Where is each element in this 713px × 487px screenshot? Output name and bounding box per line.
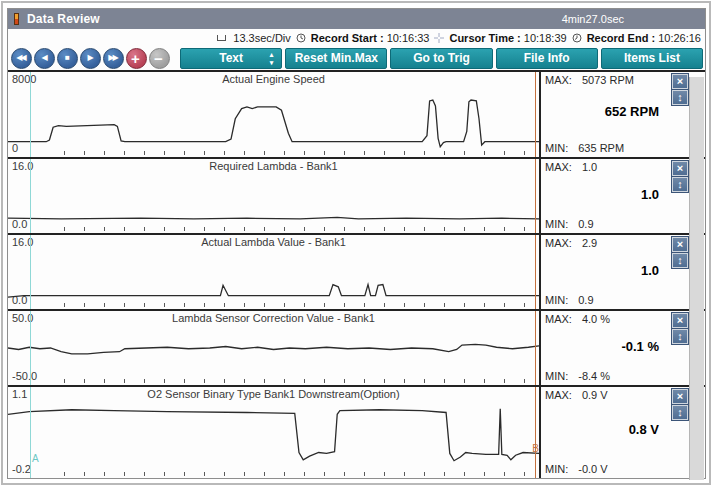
- reset-minmax-button[interactable]: Reset Min.Max: [285, 48, 387, 69]
- action-buttons: Text ▴▾ Reset Min.Max Go to Trig File In…: [180, 48, 703, 69]
- display-mode-select[interactable]: Text ▴▾: [180, 48, 282, 69]
- waveform: [8, 72, 539, 157]
- stop-button[interactable]: ■: [57, 48, 78, 69]
- play-button[interactable]: ▶: [80, 48, 101, 69]
- cursor-b-line[interactable]: [535, 235, 536, 309]
- record-end: Record End : 10:26:16: [587, 32, 701, 44]
- spinner-down-icon: ▾: [270, 59, 274, 67]
- actual-lambda-plot[interactable]: 16.0 Actual Lambda Value - Bank1 0.0: [8, 235, 539, 309]
- record-start-label: Record Start :: [311, 32, 384, 44]
- max-label: MAX:: [545, 313, 572, 325]
- waveform: [8, 387, 539, 478]
- cursor-time-label: Cursor Time :: [449, 32, 520, 44]
- min-readout: MIN:0.9: [545, 294, 594, 306]
- zoom-out-button[interactable]: −: [149, 48, 170, 69]
- close-channel-button[interactable]: ×: [672, 313, 688, 328]
- waveform: [8, 235, 539, 309]
- step-back-button[interactable]: ◀: [34, 48, 55, 69]
- cursor-a-line[interactable]: [30, 159, 31, 233]
- record-end-clock-icon: [572, 33, 582, 43]
- current-value: 1.0: [641, 187, 659, 202]
- scale-adjust-button[interactable]: ↕: [672, 90, 688, 105]
- current-value: 0.8 V: [629, 422, 659, 437]
- file-info-button[interactable]: File Info: [496, 48, 598, 69]
- time-ticks: [64, 303, 537, 307]
- play-icon: ▶: [87, 54, 91, 62]
- cursor-b-line[interactable]: [535, 387, 536, 478]
- min-label: MIN:: [545, 463, 568, 475]
- waveform: [8, 311, 539, 385]
- panel-o2-sensor: 1.1 O2 Sensor Binary Type Bank1 Downstre…: [8, 387, 705, 478]
- panel-buttons: × ↕: [672, 313, 688, 344]
- max-readout: MAX:5073 RPM: [545, 74, 634, 86]
- cursor-a-line[interactable]: [30, 387, 31, 478]
- channel-panels: 8000 Actual Engine Speed 0 MAX:5073 RPM …: [8, 70, 705, 478]
- cursor-b-line[interactable]: [535, 311, 536, 385]
- record-start: Record Start : 10:16:33: [311, 32, 430, 44]
- cursor-b-label: B: [532, 443, 539, 454]
- min-value: 0.9: [578, 294, 593, 306]
- min-readout: MIN:0.9: [545, 218, 594, 230]
- panel-buttons: × ↕: [672, 237, 688, 268]
- go-to-trig-button[interactable]: Go to Trig: [390, 48, 492, 69]
- fast-forward-button[interactable]: ▶▶: [103, 48, 124, 69]
- cursor-a-label: A: [32, 453, 39, 464]
- close-channel-button[interactable]: ×: [672, 161, 688, 176]
- required-lambda-plot[interactable]: 16.0 Required Lambda - Bank1 0.0: [8, 159, 539, 233]
- panel-actual-lambda: 16.0 Actual Lambda Value - Bank1 0.0 MAX…: [8, 235, 705, 311]
- rewind-button[interactable]: ◀◀: [11, 48, 32, 69]
- cursor-a-line[interactable]: [30, 311, 31, 385]
- actual-lambda-readout: MAX:2.9 1.0 MIN:0.9 × ↕: [539, 235, 705, 309]
- scroll-strip[interactable]: [689, 77, 704, 480]
- panel-lambda-correction: 50.0 Lambda Sensor Correction Value - Ba…: [8, 311, 705, 387]
- panel-engine-speed: 8000 Actual Engine Speed 0 MAX:5073 RPM …: [8, 72, 705, 159]
- time-ticks: [64, 227, 537, 231]
- min-label: MIN:: [545, 370, 568, 382]
- app-icon: [14, 13, 19, 25]
- back-icon: ◀: [41, 54, 45, 62]
- scale-adjust-button[interactable]: ↕: [672, 405, 688, 420]
- spinner-up-icon: ▴: [270, 51, 274, 59]
- max-label: MAX:: [545, 389, 572, 401]
- zoom-in-button[interactable]: +: [126, 48, 147, 69]
- min-readout: MIN:-0.0 V: [545, 463, 608, 475]
- cursor-a-line[interactable]: [30, 72, 31, 157]
- cursor-b-line[interactable]: [535, 159, 536, 233]
- o2-sensor-plot[interactable]: 1.1 O2 Sensor Binary Type Bank1 Downstre…: [8, 387, 539, 478]
- engine-speed-plot[interactable]: 8000 Actual Engine Speed 0: [8, 72, 539, 157]
- close-channel-button[interactable]: ×: [672, 389, 688, 404]
- close-channel-button[interactable]: ×: [672, 74, 688, 89]
- lambda-correction-plot[interactable]: 50.0 Lambda Sensor Correction Value - Ba…: [8, 311, 539, 385]
- fast-forward-icon: ▶▶: [108, 54, 116, 62]
- max-readout: MAX:4.0 %: [545, 313, 610, 325]
- max-label: MAX:: [545, 161, 572, 173]
- min-label: MIN:: [545, 218, 568, 230]
- max-value: 0.9 V: [582, 389, 608, 401]
- max-value: 4.0 %: [582, 313, 610, 325]
- spinner-icon: ▴▾: [270, 51, 274, 67]
- scale-adjust-button[interactable]: ↕: [672, 177, 688, 192]
- required-lambda-readout: MAX:1.0 1.0 MIN:0.9 × ↕: [539, 159, 705, 233]
- close-channel-button[interactable]: ×: [672, 237, 688, 252]
- panel-buttons: × ↕: [672, 161, 688, 192]
- record-start-clock-icon: [296, 33, 306, 43]
- min-label: MIN:: [545, 142, 568, 154]
- scale-adjust-button[interactable]: ↕: [672, 253, 688, 268]
- min-readout: MIN:635 RPM: [545, 142, 624, 154]
- engine-speed-readout: MAX:5073 RPM 652 RPM MIN:635 RPM × ↕: [539, 72, 705, 157]
- current-value: 1.0: [641, 263, 659, 278]
- cursor-time-value: 10:18:39: [524, 32, 567, 44]
- cursor-b-line[interactable]: [535, 72, 536, 157]
- max-readout: MAX:2.9: [545, 237, 597, 249]
- rewind-icon: ◀◀: [16, 54, 24, 62]
- min-readout: MIN:-8.4 %: [545, 370, 610, 382]
- current-value: -0.1 %: [621, 339, 659, 354]
- record-end-value: 10:26:16: [658, 32, 701, 44]
- cursor-a-line[interactable]: [30, 235, 31, 309]
- current-value: 652 RPM: [605, 104, 659, 119]
- minus-icon: −: [154, 51, 163, 66]
- items-list-button[interactable]: Items List: [601, 48, 703, 69]
- panel-required-lambda: 16.0 Required Lambda - Bank1 0.0 MAX:1.0…: [8, 159, 705, 235]
- scale-adjust-button[interactable]: ↕: [672, 329, 688, 344]
- cursor-crosshair-icon: [434, 33, 444, 43]
